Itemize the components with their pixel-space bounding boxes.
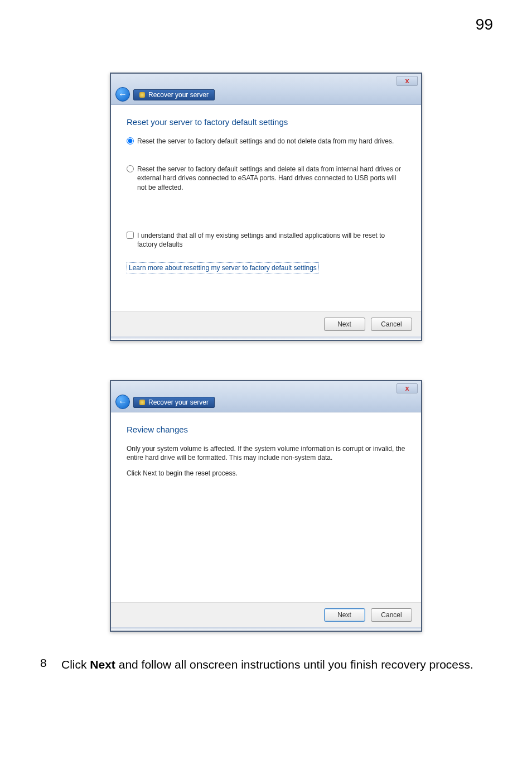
page-number: 99 [476,16,493,33]
radio-delete-data-label: Reset the server to factory default sett… [137,165,405,192]
review-paragraph-2: Click Next to begin the reset process. [127,469,405,478]
breadcrumb[interactable]: Recover your server [133,89,215,100]
shadow [111,337,421,340]
close-icon[interactable]: x [396,76,418,86]
confirm-checkbox[interactable] [127,232,134,239]
breadcrumb-label: Recover your server [148,91,209,99]
next-button[interactable]: Next [324,318,365,331]
radio-delete-data[interactable] [127,165,134,172]
radio-option-delete-data[interactable]: Reset the server to factory default sett… [127,165,405,192]
close-icon[interactable]: x [396,383,418,393]
radio-option-keep-data[interactable]: Reset the server to factory default sett… [127,137,405,146]
dialog-header: x ← Recover your server [111,381,421,412]
shadow [111,627,421,631]
instruction-bold: Next [90,658,115,671]
breadcrumb[interactable]: Recover your server [133,397,215,408]
review-dialog: x ← Recover your server Review changes O… [110,380,422,632]
radio-keep-data[interactable] [127,137,134,145]
step-number: 8 [40,656,47,670]
radio-keep-data-label: Reset the server to factory default sett… [137,137,394,146]
confirm-checkbox-label: I understand that all of my existing set… [137,231,405,249]
dialog-footer: Next Cancel [111,602,421,627]
lock-icon [139,92,145,98]
dialog-body: Review changes Only your system volume i… [111,412,421,602]
instruction-suffix: and follow all onscreen instructions unt… [115,658,473,671]
dialog-heading: Reset your server to factory default set… [127,117,405,127]
dialog-heading: Review changes [127,425,405,434]
dialog-body: Reset your server to factory default set… [111,105,421,311]
reset-dialog: x ← Recover your server Reset your serve… [110,73,422,341]
cancel-button[interactable]: Cancel [371,318,412,331]
next-button[interactable]: Next [324,608,365,622]
instruction-step: 8 Click Next and follow all onscreen ins… [61,656,482,673]
review-paragraph-1: Only your system volume is affected. If … [127,444,405,462]
confirm-checkbox-row[interactable]: I understand that all of my existing set… [127,231,405,249]
back-button[interactable]: ← [115,395,130,409]
lock-icon [139,400,145,405]
back-button[interactable]: ← [115,87,130,102]
breadcrumb-label: Recover your server [148,398,209,406]
instruction-text: Click Next and follow all onscreen instr… [61,656,482,673]
instruction-prefix: Click [61,658,90,671]
learn-more-link[interactable]: Learn more about resetting my server to … [127,262,319,273]
dialog-header: x ← Recover your server [111,74,421,105]
cancel-button[interactable]: Cancel [371,608,412,622]
dialog-footer: Next Cancel [111,311,421,337]
